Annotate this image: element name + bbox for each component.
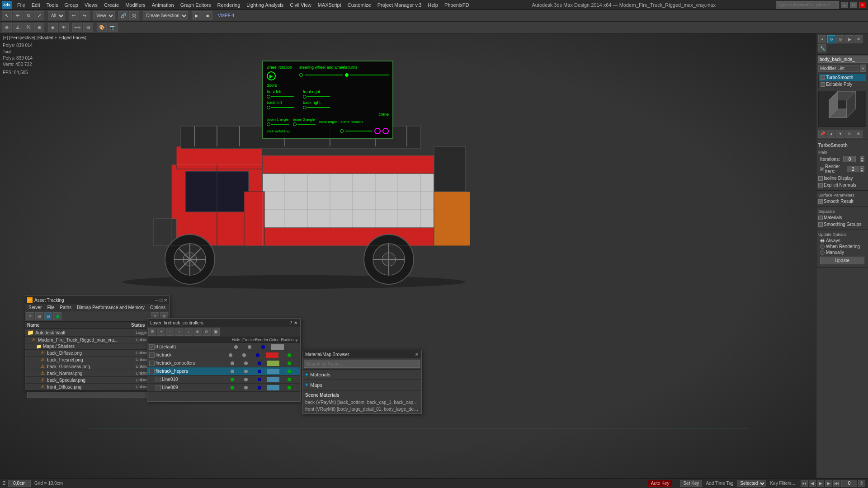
menu-phoenixfd[interactable]: PhoenixFD: [442, 1, 472, 9]
prev-frame-btn[interactable]: ◀: [809, 480, 816, 487]
ts-iterations-down[interactable]: ▼: [860, 159, 864, 162]
time-config-btn[interactable]: ⏱: [858, 480, 865, 487]
view-dropdown[interactable]: View: [93, 11, 115, 20]
menu-project-manager[interactable]: Project Manager v.3: [375, 1, 425, 9]
menu-maxscript[interactable]: MAXScript: [315, 1, 344, 9]
mmb-mat-row-1[interactable]: front (VRayMtl) [body_large_detail_01, b…: [305, 406, 419, 413]
auto-key-btn[interactable]: Auto Key: [648, 480, 673, 487]
ts-light-bulb[interactable]: [821, 75, 825, 80]
menu-views[interactable]: Views: [82, 1, 100, 9]
ts-explicit-check[interactable]: [818, 183, 823, 188]
layer-checkbox-1[interactable]: [149, 352, 155, 358]
viewport[interactable]: wheel rotation ▶ steering wheel and whee…: [0, 33, 816, 478]
layer-checkbox-2[interactable]: [149, 361, 155, 366]
ts-manually-radio[interactable]: [820, 250, 825, 255]
animation-control-panel[interactable]: wheel rotation ▶ steering wheel and whee…: [262, 61, 393, 139]
snap-btn[interactable]: ⊕: [2, 23, 12, 32]
mmb-materials-toggle[interactable]: + Materials: [305, 371, 419, 379]
link-btn[interactable]: 🔗: [118, 11, 128, 20]
menu-group[interactable]: Group: [61, 1, 81, 9]
layer-select-btn[interactable]: ▣: [212, 328, 220, 336]
layer-row-2[interactable]: firetruck_controllers: [147, 359, 300, 367]
ts-materials-check[interactable]: [818, 216, 823, 220]
menu-rendering[interactable]: Rendering: [215, 1, 243, 9]
stack-down-btn[interactable]: ▼: [836, 130, 844, 138]
ts-sg-check[interactable]: [818, 222, 823, 227]
rp-hierarchy-icon[interactable]: ⊘: [836, 35, 844, 43]
set-key-btn[interactable]: Set Key: [680, 480, 702, 487]
go-to-start-btn[interactable]: ⏮: [801, 480, 808, 487]
at-menu-paths[interactable]: Paths: [58, 305, 74, 310]
ep-light-bulb[interactable]: [821, 82, 825, 87]
layer-move-down-btn[interactable]: ↓: [184, 328, 193, 336]
layer-row-0[interactable]: ✓ 0 (default): [147, 343, 300, 351]
menu-tools[interactable]: Tools: [44, 1, 61, 9]
asset-tracking-close-btn[interactable]: ─ □ ✕: [155, 298, 167, 303]
create-selection-dropdown[interactable]: Create Selection: [143, 11, 188, 20]
play-btn[interactable]: ▶: [192, 11, 202, 20]
modifier-list-dropdown[interactable]: Modifier List: [818, 65, 859, 72]
at-btn-list[interactable]: ≡: [26, 312, 34, 320]
frame-counter[interactable]: [841, 480, 857, 487]
at-menu-bitmap[interactable]: Bitmap Performance and Memory: [75, 305, 147, 310]
mirror-btn[interactable]: ⟺: [72, 23, 82, 32]
object-name-input[interactable]: [818, 56, 868, 63]
play-forward-btn[interactable]: ▶: [817, 480, 824, 487]
ts-render-iters-check[interactable]: ✓: [820, 167, 824, 171]
rp-create-icon[interactable]: ✦: [818, 35, 826, 43]
menu-modifiers[interactable]: Modifiers: [123, 1, 148, 9]
menu-graph-editors[interactable]: Graph Editors: [178, 1, 214, 9]
rp-utilities-icon[interactable]: 🔧: [818, 44, 826, 52]
ts-iterations-input[interactable]: [843, 156, 856, 162]
selection-filter[interactable]: All: [48, 11, 65, 20]
status-z-input[interactable]: [8, 480, 31, 487]
layer-settings-btn[interactable]: ⚙: [148, 328, 156, 336]
search-input[interactable]: [776, 1, 839, 9]
menu-lighting[interactable]: Lighting Analysis: [244, 1, 286, 9]
render-btn[interactable]: 📷: [108, 23, 118, 32]
modifier-editable-poly[interactable]: Editable Poly: [819, 81, 866, 88]
isolate-btn[interactable]: ◈: [48, 23, 58, 32]
layer-body[interactable]: ✓ 0 (default) firetruck: [147, 343, 300, 399]
layer-checkbox-3[interactable]: [149, 369, 155, 374]
minimize-button[interactable]: ─: [841, 2, 848, 8]
undo-btn[interactable]: ↩: [69, 11, 79, 20]
stack-delete-btn[interactable]: ✕: [845, 130, 854, 138]
at-btn-tree[interactable]: 🌲: [53, 312, 61, 320]
layer-help-btn[interactable]: ?: [289, 320, 292, 325]
material-editor-btn[interactable]: 🎨: [97, 23, 107, 32]
move-tool[interactable]: ✛: [13, 11, 23, 20]
rp-motion-icon[interactable]: ▶: [845, 35, 854, 43]
add-time-tag-btn[interactable]: Add Time Tag: [706, 481, 733, 486]
layer-row-3[interactable]: firetruck_hepers: [147, 367, 300, 375]
at-menu-file[interactable]: File: [45, 305, 57, 310]
key-filters-btn[interactable]: Key Filters...: [770, 481, 795, 486]
menu-file[interactable]: File: [14, 1, 28, 9]
angle-snap-btn[interactable]: ∠: [13, 23, 23, 32]
close-button[interactable]: ✕: [859, 2, 866, 8]
at-search-input[interactable]: [27, 392, 167, 398]
at-btn-details[interactable]: ⊟: [44, 312, 52, 320]
layer-row-1[interactable]: firetruck: [147, 351, 300, 359]
ts-always-radio[interactable]: [820, 239, 825, 243]
menu-help[interactable]: Help: [425, 1, 441, 9]
ts-render-iters-input[interactable]: [847, 166, 859, 172]
at-menu-options[interactable]: Options: [148, 305, 168, 310]
layer-move-btn[interactable]: ↑: [175, 328, 184, 336]
layer-unmerge-btn[interactable]: ⊖: [203, 328, 211, 336]
layer-merge-btn[interactable]: ⊕: [193, 328, 202, 336]
percent-snap-btn[interactable]: %: [24, 23, 33, 32]
scale-tool[interactable]: ⤢: [34, 11, 44, 20]
ts-render-down[interactable]: ▼: [860, 169, 864, 172]
mmb-search-input[interactable]: [304, 360, 420, 368]
next-frame-btn[interactable]: ▶: [825, 480, 832, 487]
ts-smooth-check[interactable]: ✓: [818, 199, 823, 204]
layer-delete-btn[interactable]: −: [166, 328, 175, 336]
rp-modify-icon[interactable]: ⚙: [827, 35, 835, 43]
ts-isoline-check[interactable]: [818, 176, 823, 181]
modifier-turbosmooth[interactable]: TurboSmooth: [819, 74, 866, 81]
menu-edit[interactable]: Edit: [29, 1, 43, 9]
layer-close-btn[interactable]: ✕: [294, 320, 297, 325]
layer-checkbox-5[interactable]: [156, 385, 161, 390]
menu-create[interactable]: Create: [101, 1, 122, 9]
